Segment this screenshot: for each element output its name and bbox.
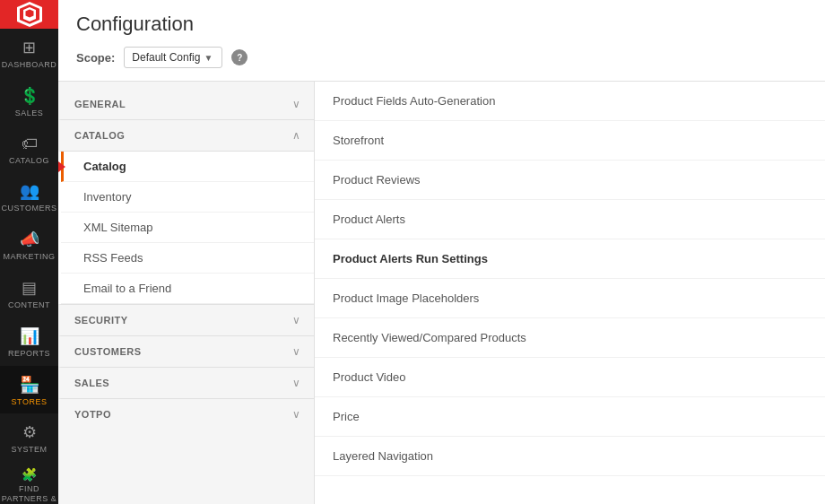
right-item-label-recently-viewed-compared: Recently Viewed/Compared Products xyxy=(333,331,526,344)
sidebar-item-label-system: SYSTEM xyxy=(11,445,47,455)
catalog-section-content: Catalog Inventory XML Sitemap RSS Feeds xyxy=(58,151,314,304)
right-item-label-product-fields-auto-generation: Product Fields Auto-Generation xyxy=(333,94,495,108)
sidebar-item-content[interactable]: ▤ CONTENT xyxy=(0,269,58,317)
right-item-label-storefront: Storefront xyxy=(333,134,384,147)
right-item-label-product-video: Product Video xyxy=(333,370,405,384)
page-title: Configuration xyxy=(76,13,807,36)
subsection-label-inventory: Inventory xyxy=(83,190,131,204)
sidebar: ⊞ DASHBOARD 💲 SALES 🏷 CATALOG 👥 CUSTOMER… xyxy=(0,0,58,504)
catalog-section: CATALOG ∧ Catalog Invent xyxy=(58,119,314,304)
sidebar-item-label-catalog: CATALOG xyxy=(9,156,49,166)
scope-row: Scope: Default Config ▼ ? xyxy=(76,47,807,68)
right-item-product-reviews[interactable]: Product Reviews xyxy=(315,161,825,200)
right-item-price[interactable]: Price xyxy=(315,397,825,437)
section-header-catalog[interactable]: CATALOG ∧ xyxy=(58,119,314,151)
stores-icon: 🏪 xyxy=(20,375,39,395)
content-area: GENERAL ∨ CATALOG ∧ xyxy=(58,82,825,504)
sidebar-item-marketing[interactable]: 📣 MARKETING xyxy=(0,221,58,269)
sidebar-item-label-marketing: MARKETING xyxy=(4,252,56,262)
right-item-recently-viewed-compared[interactable]: Recently Viewed/Compared Products xyxy=(315,318,825,358)
section-chevron-security: ∨ xyxy=(292,314,300,326)
right-item-label-layered-navigation: Layered Navigation xyxy=(333,449,433,463)
section-title-customers: CUSTOMERS xyxy=(74,346,142,357)
section-title-general: GENERAL xyxy=(74,99,126,109)
sidebar-item-label-stores: STORES xyxy=(12,397,48,407)
right-item-product-fields-auto-generation[interactable]: Product Fields Auto-Generation xyxy=(315,82,825,121)
section-header-general[interactable]: GENERAL ∨ xyxy=(58,89,314,119)
topbar: Configuration Scope: Default Config ▼ ? xyxy=(58,0,825,82)
scope-label: Scope: xyxy=(76,51,115,65)
subsection-item-inventory[interactable]: Inventory xyxy=(61,182,314,213)
subsection-item-rss-feeds[interactable]: RSS Feeds xyxy=(61,243,314,274)
section-header-security[interactable]: SECURITY ∨ xyxy=(58,304,314,335)
section-title-sales: SALES xyxy=(74,378,109,388)
section-header-yotpo[interactable]: YOTPO ∨ xyxy=(58,398,314,430)
section-chevron-yotpo: ∨ xyxy=(292,408,300,421)
right-item-label-price: Price xyxy=(333,410,360,423)
subsection-label-catalog: Catalog xyxy=(83,160,126,173)
system-icon: ⚙ xyxy=(22,422,37,442)
scope-help-icon[interactable]: ? xyxy=(231,49,248,65)
reports-icon: 📊 xyxy=(20,326,39,346)
subsection-item-xml-sitemap[interactable]: XML Sitemap xyxy=(61,213,314,243)
section-chevron-general: ∨ xyxy=(292,98,300,110)
sidebar-item-label-sales: SALES xyxy=(15,109,44,118)
sidebar-item-label-customers: CUSTOMERS xyxy=(2,204,57,213)
sidebar-item-reports[interactable]: 📊 REPORTS xyxy=(0,317,58,366)
content-icon: ▤ xyxy=(22,278,37,298)
sidebar-item-customers[interactable]: 👥 CUSTOMERS xyxy=(0,172,58,221)
sales-icon: 💲 xyxy=(20,86,39,106)
help-question-mark: ? xyxy=(237,53,242,63)
sidebar-item-label-find-partners: FIND PARTNERS & EXTENSIONS xyxy=(1,484,57,504)
right-panel: Product Fields Auto-Generation Storefron… xyxy=(314,82,825,504)
sidebar-item-system[interactable]: ⚙ SYSTEM xyxy=(0,413,58,462)
scope-select[interactable]: Default Config ▼ xyxy=(124,47,222,68)
customers-icon: 👥 xyxy=(20,181,39,201)
right-item-label-product-alerts: Product Alerts xyxy=(333,213,405,226)
sidebar-item-label-reports: REPORTS xyxy=(8,349,50,359)
section-title-security: SECURITY xyxy=(74,315,128,326)
dashboard-icon: ⊞ xyxy=(22,38,36,57)
right-item-layered-navigation[interactable]: Layered Navigation xyxy=(315,437,825,476)
sidebar-item-catalog[interactable]: 🏷 CATALOG xyxy=(0,126,58,173)
right-item-product-image-placeholders[interactable]: Product Image Placeholders xyxy=(315,279,825,318)
left-panel: GENERAL ∨ CATALOG ∧ xyxy=(58,82,314,504)
right-item-product-alerts-run-settings[interactable]: Product Alerts Run Settings xyxy=(315,239,825,279)
arrow-indicator-icon xyxy=(58,158,65,176)
subsection-label-xml-sitemap: XML Sitemap xyxy=(83,221,153,234)
magento-logo-icon xyxy=(15,0,44,29)
subsection-label-rss-feeds: RSS Feeds xyxy=(83,251,143,265)
section-title-yotpo: YOTPO xyxy=(74,409,111,420)
svg-marker-0 xyxy=(58,159,65,175)
sidebar-item-label-content: CONTENT xyxy=(8,300,50,310)
app-container: ⊞ DASHBOARD 💲 SALES 🏷 CATALOG 👥 CUSTOMER… xyxy=(0,0,825,504)
sidebar-item-find-partners[interactable]: 🧩 FIND PARTNERS & EXTENSIONS xyxy=(0,462,58,504)
right-item-label-product-image-placeholders: Product Image Placeholders xyxy=(333,291,479,305)
sidebar-item-label-dashboard: DASHBOARD xyxy=(2,60,57,70)
section-chevron-customers: ∨ xyxy=(292,345,300,358)
sidebar-item-stores[interactable]: 🏪 STORES xyxy=(0,366,58,414)
subsection-label-email-to-friend: Email to a Friend xyxy=(83,282,171,295)
scope-value: Default Config xyxy=(132,51,200,64)
subsection-item-email-to-friend[interactable]: Email to a Friend xyxy=(61,274,314,304)
right-item-label-product-alerts-run-settings: Product Alerts Run Settings xyxy=(333,252,488,265)
section-title-catalog: CATALOG xyxy=(74,130,125,141)
section-header-sales[interactable]: SALES ∨ xyxy=(58,367,314,398)
section-header-customers[interactable]: CUSTOMERS ∨ xyxy=(58,335,314,367)
right-item-product-alerts[interactable]: Product Alerts xyxy=(315,200,825,239)
sidebar-item-dashboard[interactable]: ⊞ DASHBOARD xyxy=(0,29,58,77)
right-item-product-video[interactable]: Product Video xyxy=(315,358,825,397)
sidebar-logo xyxy=(0,0,58,29)
scope-caret-icon: ▼ xyxy=(204,53,213,63)
marketing-icon: 📣 xyxy=(20,230,39,249)
section-chevron-catalog: ∧ xyxy=(292,129,300,142)
right-item-storefront[interactable]: Storefront xyxy=(315,121,825,161)
right-item-label-product-reviews: Product Reviews xyxy=(333,173,421,187)
find-partners-icon: 🧩 xyxy=(22,467,37,482)
sidebar-item-sales[interactable]: 💲 SALES xyxy=(0,77,58,126)
section-chevron-sales: ∨ xyxy=(292,377,300,389)
subsection-item-catalog[interactable]: Catalog xyxy=(61,152,314,182)
catalog-icon: 🏷 xyxy=(22,135,38,153)
main-area: Configuration Scope: Default Config ▼ ? … xyxy=(58,0,825,504)
